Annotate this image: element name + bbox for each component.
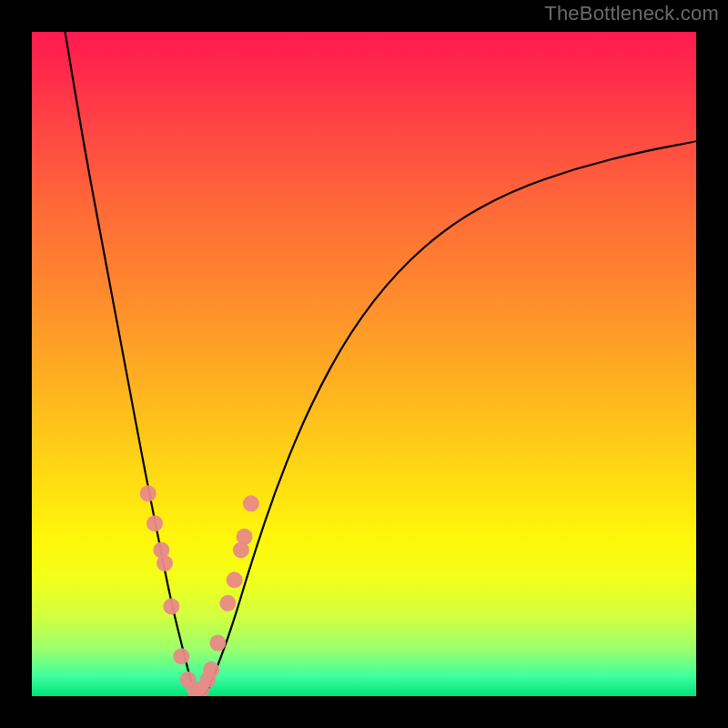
marker-dot bbox=[237, 529, 253, 545]
marker-dot bbox=[157, 555, 173, 571]
bottleneck-curve bbox=[66, 32, 697, 696]
chart-frame: TheBottleneck.com bbox=[0, 0, 728, 728]
plot-area bbox=[32, 32, 696, 696]
marker-dot bbox=[243, 495, 259, 511]
marker-dot bbox=[227, 571, 243, 588]
marker-dot bbox=[203, 662, 219, 678]
marker-dot bbox=[140, 485, 157, 501]
marker-group bbox=[140, 485, 259, 696]
marker-dot bbox=[219, 595, 236, 612]
watermark-text: TheBottleneck.com bbox=[544, 2, 719, 25]
curve-layer bbox=[32, 32, 696, 696]
marker-dot bbox=[173, 648, 189, 664]
marker-dot bbox=[147, 515, 163, 531]
marker-dot bbox=[163, 598, 179, 614]
marker-dot bbox=[209, 635, 226, 652]
